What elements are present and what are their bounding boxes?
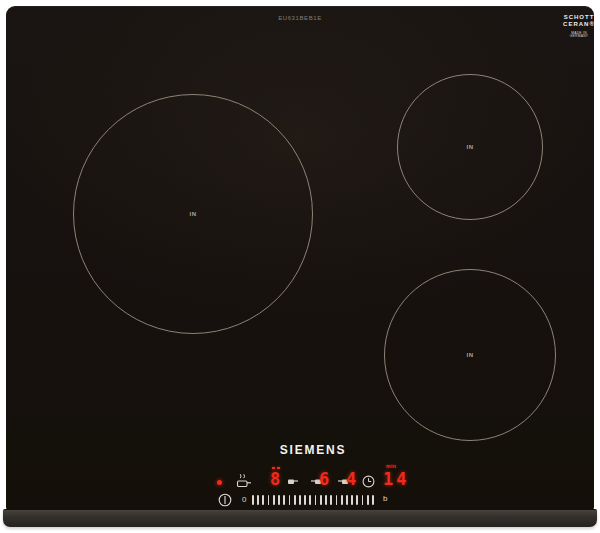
hob-glass-surface: EU631BEB1E SCHOTT CERAN® MADE IN GERMANY…: [6, 6, 594, 510]
slider-tick[interactable]: [362, 495, 364, 505]
slider-tick[interactable]: [325, 495, 327, 505]
slider-tick[interactable]: [262, 495, 264, 505]
power-slider[interactable]: [252, 494, 374, 505]
slider-tick[interactable]: [299, 495, 301, 505]
slider-tick[interactable]: [283, 495, 285, 505]
model-code: EU631BEB1E: [6, 15, 594, 21]
schott-ceran-badge: SCHOTT CERAN® MADE IN GERMANY: [556, 14, 600, 43]
zone-in-label: IN: [467, 352, 474, 358]
slider-tick[interactable]: [341, 495, 343, 505]
zone3-level-display[interactable]: 4: [346, 470, 356, 489]
slider-tick[interactable]: [356, 495, 358, 505]
zone2-level-display[interactable]: 6: [319, 470, 329, 489]
product-photo: EU631BEB1E SCHOTT CERAN® MADE IN GERMANY…: [0, 0, 600, 533]
timer-clock-icon: [362, 475, 375, 488]
slider-tick[interactable]: [330, 495, 332, 505]
timer-display[interactable]: 14: [383, 470, 409, 489]
slider-zero-label: 0: [242, 495, 246, 504]
pan-detection-icon: [236, 473, 252, 490]
slider-tick[interactable]: [278, 495, 280, 505]
slider-tick[interactable]: [257, 495, 259, 505]
slider-tick[interactable]: [315, 495, 317, 505]
zone1-level-display[interactable]: 8: [270, 470, 280, 489]
slider-tick[interactable]: [367, 495, 369, 505]
slider-tick[interactable]: [294, 495, 296, 505]
slider-tick[interactable]: [351, 495, 353, 505]
cooking-zone-large-left: IN: [73, 94, 313, 334]
slider-tick[interactable]: [372, 495, 374, 505]
slider-tick[interactable]: [320, 495, 322, 505]
slider-tick[interactable]: [346, 495, 348, 505]
front-trim-edge: [3, 509, 597, 527]
badge-line2: CERAN®: [556, 21, 600, 28]
badge-line1: SCHOTT: [556, 14, 600, 21]
slider-tick[interactable]: [289, 495, 291, 505]
power-indicator-led: [217, 480, 222, 485]
zone-in-label: IN: [190, 211, 197, 217]
slider-tick[interactable]: [273, 495, 275, 505]
slider-tick[interactable]: [252, 495, 254, 505]
slider-tick[interactable]: [336, 495, 338, 505]
cooking-zone-bottom-right: IN: [384, 269, 556, 441]
cooking-zone-top-right: IN: [397, 74, 543, 220]
slider-tick[interactable]: [309, 495, 311, 505]
slider-tick[interactable]: [268, 495, 270, 505]
badge-line3: MADE IN GERMANY: [566, 31, 591, 38]
boost-label: b: [383, 494, 387, 503]
zone-in-label: IN: [467, 144, 474, 150]
brand-logo: SIEMENS: [6, 443, 600, 457]
slider-tick[interactable]: [304, 495, 306, 505]
power-button[interactable]: [218, 493, 232, 507]
zone1-pan-icon: [287, 477, 299, 486]
